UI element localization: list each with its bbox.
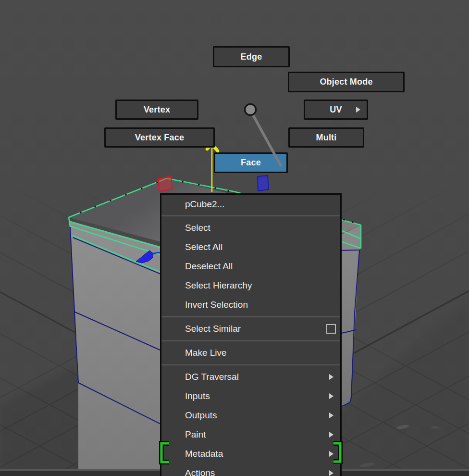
menu-separator: [161, 338, 340, 343]
marking-menu-object-mode-label: Object Mode: [320, 77, 372, 87]
context-menu: pCube2...SelectSelect AllDeselect AllSel…: [160, 193, 342, 476]
menu-item-actions[interactable]: Actions: [161, 463, 340, 476]
menu-item-dg-traversal[interactable]: DG Traversal: [161, 367, 340, 387]
context-menu-title[interactable]: pCube2...: [161, 195, 340, 213]
menu-separator: [161, 363, 340, 367]
marking-menu-uv-button[interactable]: UV: [304, 100, 368, 120]
select-similar-option-box[interactable]: [326, 324, 336, 334]
menu-item-deselect-all[interactable]: Deselect All: [161, 257, 340, 276]
marking-menu-object-mode-button[interactable]: Object Mode: [288, 72, 405, 92]
menu-item-label: Invert Selection: [185, 300, 248, 310]
menu-item-select-all[interactable]: Select All: [161, 238, 340, 257]
marking-menu-vertex-face-label: Vertex Face: [135, 133, 184, 143]
viewport-3d[interactable]: Edge Object Mode Vertex UV Vertex Face M…: [0, 0, 469, 476]
red-flag-marker: [159, 176, 172, 192]
marking-menu-multi-button[interactable]: Multi: [288, 127, 364, 148]
marking-menu-multi-label: Multi: [316, 133, 337, 143]
menu-item-label: Actions: [185, 468, 215, 476]
submenu-arrow-icon: [329, 374, 333, 380]
marking-menu-vertex-face-button[interactable]: Vertex Face: [104, 127, 215, 148]
marking-menu-uv-label: UV: [330, 105, 342, 115]
menu-item-make-live[interactable]: Make Live: [161, 343, 340, 363]
menu-item-outputs[interactable]: Outputs: [161, 406, 340, 425]
marking-menu-edge-label: Edge: [241, 52, 262, 62]
menu-item-select-hierarchy[interactable]: Select Hierarchy: [161, 276, 340, 295]
menu-item-label: Make Live: [185, 348, 227, 358]
menu-item-label: Select Similar: [185, 324, 241, 334]
submenu-arrow-icon: [356, 107, 360, 113]
menu-item-label: Select: [185, 223, 210, 233]
menu-item-label: Deselect All: [185, 261, 233, 272]
menu-separator: [161, 314, 340, 319]
menu-item-invert-selection[interactable]: Invert Selection: [161, 295, 340, 314]
menu-item-select[interactable]: Select: [161, 218, 340, 238]
menu-item-label: DG Traversal: [185, 372, 239, 382]
menu-item-label: Metadata: [185, 449, 223, 459]
marking-menu-vertex-label: Vertex: [144, 105, 170, 115]
menu-separator: [161, 213, 340, 218]
marking-menu-vertex-button[interactable]: Vertex: [115, 100, 198, 120]
submenu-arrow-icon: [329, 451, 333, 457]
marking-menu-face-button[interactable]: Face: [214, 152, 288, 173]
submenu-arrow-icon: [329, 470, 333, 476]
menu-item-metadata[interactable]: Metadata: [161, 444, 340, 463]
menu-item-label: Select Hierarchy: [185, 280, 252, 291]
menu-item-label: Select All: [185, 242, 222, 252]
menu-item-label: Inputs: [185, 391, 210, 401]
submenu-arrow-icon: [329, 432, 333, 438]
menu-item-paint[interactable]: Paint: [161, 425, 340, 444]
submenu-arrow-icon: [329, 393, 333, 399]
marking-menu-face-label: Face: [241, 158, 261, 168]
menu-item-select-similar[interactable]: Select Similar: [161, 319, 340, 338]
submenu-arrow-icon: [329, 413, 333, 418]
menu-item-inputs[interactable]: Inputs: [161, 387, 340, 406]
context-menu-title-label: pCube2...: [185, 199, 224, 210]
menu-item-label: Paint: [185, 429, 206, 440]
blue-flag-marker: [258, 175, 269, 191]
menu-item-label: Outputs: [185, 410, 217, 421]
marking-menu-edge-button[interactable]: Edge: [213, 46, 290, 67]
